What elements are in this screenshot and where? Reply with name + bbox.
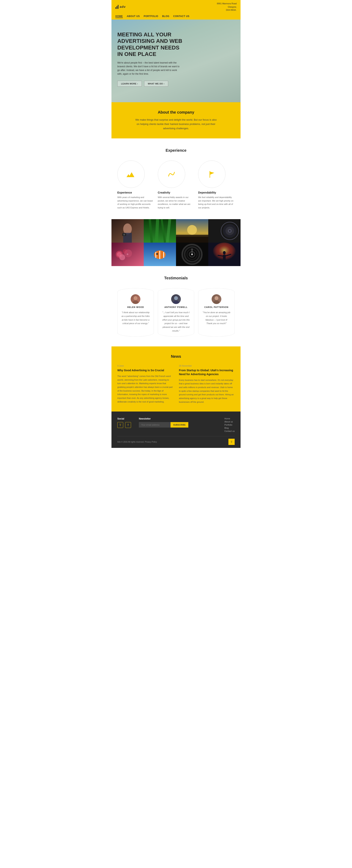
svg-point-5 xyxy=(123,223,132,235)
twitter-icon[interactable]: 𝕋 xyxy=(117,422,123,428)
quote-helen: "I think about our relationship as a par… xyxy=(121,311,150,325)
about-title: About the company xyxy=(127,110,225,115)
exp-card-experience-body: With years of marketing and advertising … xyxy=(117,196,154,209)
header-address: 8901 Marmora Road Glasgow, D04 89GK. xyxy=(217,2,237,12)
newsletter-subscribe-button[interactable]: SUBSCRIBE xyxy=(171,422,188,428)
svg-rect-52 xyxy=(225,259,226,263)
svg-point-9 xyxy=(124,234,124,235)
exp-circle-experience xyxy=(117,160,145,188)
testimonials-section: Testimonials HELEN WOOD "I think about o… xyxy=(112,266,240,346)
exp-card-experience-title: Experience xyxy=(117,191,154,194)
footer-link-about[interactable]: About us xyxy=(224,421,235,423)
news-headline-2: From Startup to Global: Utah's Increasin… xyxy=(179,369,235,376)
quote-carol: "You've done an amazing job on our proje… xyxy=(202,311,231,325)
news-date-2: 26 November xyxy=(179,365,235,367)
nav-item-about[interactable]: ABOUT US xyxy=(127,15,140,18)
news-grid: 9 June Why Good Advertising is So Crucia… xyxy=(117,365,235,404)
news-article-1: 9 June Why Good Advertising is So Crucia… xyxy=(117,365,173,404)
social-title: Social xyxy=(117,417,131,420)
experience-cards: Experience With years of marketing and a… xyxy=(117,160,235,209)
footer-social: Social 𝕋 f xyxy=(117,417,131,428)
svg-point-24 xyxy=(229,230,231,232)
what-we-do-button[interactable]: WHAT WE DO › xyxy=(144,81,168,87)
footer-link-contact[interactable]: Contact us xyxy=(224,430,235,432)
exp-card-creativity-body: With several Addy awards in our pocket, … xyxy=(158,196,195,209)
portfolio-item-7[interactable] xyxy=(176,243,208,266)
facebook-icon[interactable]: f xyxy=(125,422,131,428)
svg-rect-51 xyxy=(224,259,225,263)
hero-headline: MEETING ALL YOUR ADVERTISING AND WEB DEV… xyxy=(117,31,186,58)
exp-card-dependability: Dependability We feel reliability and de… xyxy=(198,160,235,209)
news-date-1: 9 June xyxy=(117,365,173,367)
svg-point-56 xyxy=(173,301,179,304)
portfolio-item-4[interactable] xyxy=(208,219,240,243)
svg-point-53 xyxy=(134,296,138,300)
hero-body: We're about people first – the best tale… xyxy=(117,61,180,76)
footer-links: Home About us Portfolio Blog Contact us xyxy=(224,417,235,432)
copyright: Adv © 2016 All rights reserved. Privacy … xyxy=(117,441,157,443)
testimonials-cards: HELEN WOOD "I think about our relationsh… xyxy=(117,288,235,337)
portfolio-item-6[interactable] xyxy=(144,243,176,266)
portfolio-item-3[interactable] xyxy=(176,219,208,243)
experience-section: Experience Experience With years of mark… xyxy=(112,138,240,219)
news-headline-1: Why Good Advertising is So Crucial xyxy=(117,369,173,372)
svg-rect-18 xyxy=(176,237,208,243)
hero-buttons: LEARN MORE › WHAT WE DO › xyxy=(117,81,235,87)
nav-item-portfolio[interactable]: PORTFOLIO xyxy=(144,15,158,18)
portfolio-item-1[interactable] xyxy=(112,219,144,243)
hero-section: MEETING ALL YOUR ADVERTISING AND WEB DEV… xyxy=(112,20,240,102)
portfolio-grid: 🌸 xyxy=(112,219,240,266)
name-helen: HELEN WOOD xyxy=(121,306,150,308)
avatar-carol xyxy=(212,294,222,304)
quote-anthony: "...I can't tell you how much I apprecia… xyxy=(162,311,190,333)
learn-more-button[interactable]: LEARN MORE › xyxy=(117,81,142,87)
portfolio-item-5[interactable]: 🌸 xyxy=(112,243,144,266)
experience-title: Experience xyxy=(117,148,235,153)
footer-link-portfolio[interactable]: Portfolio xyxy=(224,424,235,426)
svg-point-58 xyxy=(213,301,219,304)
footer-link-blog[interactable]: Blog xyxy=(224,427,235,429)
exp-circle-creativity xyxy=(158,160,185,188)
scroll-top-button[interactable]: ⇧ xyxy=(228,439,235,445)
portfolio-item-2[interactable] xyxy=(144,219,176,243)
header: adv 8901 Marmora Road Glasgow, D04 89GK. xyxy=(112,0,240,14)
flag-icon xyxy=(207,169,217,179)
svg-point-57 xyxy=(214,296,218,300)
squiggle-icon xyxy=(167,169,176,179)
nav-item-contact[interactable]: CONTACT US xyxy=(173,15,189,18)
testimonials-title: Testimonials xyxy=(117,276,235,280)
svg-text:🌸: 🌸 xyxy=(126,253,128,255)
news-title: News xyxy=(117,354,235,359)
svg-point-55 xyxy=(174,296,178,300)
footer: Social 𝕋 f Newsletter SUBSCRIBE Home Abo… xyxy=(112,411,240,448)
mountain-icon xyxy=(126,170,136,178)
svg-point-29 xyxy=(119,254,125,260)
testimonial-helen: HELEN WOOD "I think about our relationsh… xyxy=(117,288,154,337)
main-nav: HOME ABOUT US PORTFOLIO BLOG CONTACT US xyxy=(112,14,240,20)
logo-text: adv xyxy=(120,5,126,9)
about-body: We make things that surprise and delight… xyxy=(135,118,217,131)
nav-item-home[interactable]: HOME xyxy=(115,15,123,18)
newsletter-form: SUBSCRIBE xyxy=(139,422,188,428)
news-article-2: 26 November From Startup to Global: Utah… xyxy=(179,365,235,404)
logo[interactable]: adv xyxy=(115,5,126,9)
newsletter-email-input[interactable] xyxy=(139,422,171,428)
exp-card-experience: Experience With years of marketing and a… xyxy=(117,160,154,209)
avatar-anthony xyxy=(171,294,181,304)
svg-point-16 xyxy=(187,225,197,235)
exp-card-creativity-title: Creativity xyxy=(158,191,195,194)
testimonial-anthony: ANTHONY POWELL "...I can't tell you how … xyxy=(158,288,195,337)
footer-newsletter: Newsletter SUBSCRIBE xyxy=(139,417,188,428)
svg-point-54 xyxy=(133,301,139,304)
social-icons: 𝕋 f xyxy=(117,422,131,428)
name-anthony: ANTHONY POWELL xyxy=(162,306,190,308)
footer-top: Social 𝕋 f Newsletter SUBSCRIBE Home Abo… xyxy=(117,417,235,432)
logo-chart-icon xyxy=(115,5,118,9)
svg-point-47 xyxy=(223,251,226,254)
footer-link-home[interactable]: Home xyxy=(224,417,235,420)
portfolio-item-8[interactable] xyxy=(208,243,240,266)
testimonial-carol: CAROL PATTERSON "You've done an amazing … xyxy=(198,288,235,337)
nav-item-blog[interactable]: BLOG xyxy=(162,15,169,18)
svg-rect-48 xyxy=(223,255,226,259)
footer-bottom: Adv © 2016 All rights reserved. Privacy … xyxy=(117,436,235,445)
